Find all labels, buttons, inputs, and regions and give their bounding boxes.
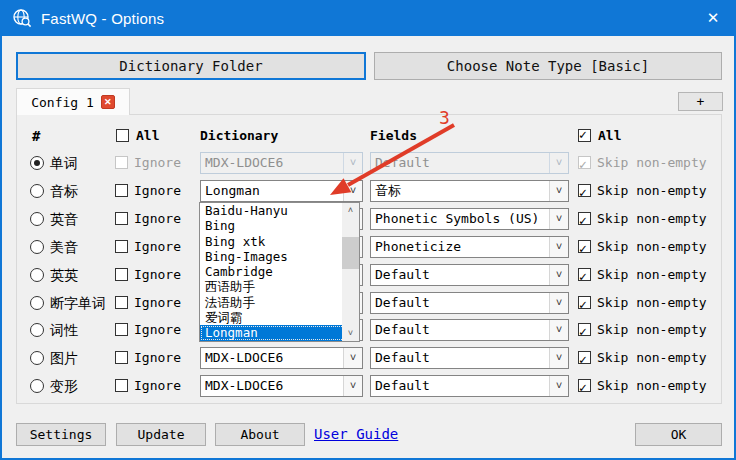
row-label: 图片 xyxy=(50,347,78,369)
ignore-label: Ignore xyxy=(134,152,181,174)
ignore-checkbox[interactable] xyxy=(115,296,128,309)
skip-non-empty-label: Skip non-empty xyxy=(597,375,707,397)
skip-non-empty-checkbox[interactable] xyxy=(578,296,591,309)
fields-combobox[interactable]: Default˅ xyxy=(370,292,569,314)
dropdown-scrollbar[interactable]: ˄ ˅ xyxy=(342,203,359,341)
skip-non-empty-checkbox[interactable] xyxy=(578,184,591,197)
row-select-radio[interactable] xyxy=(30,156,44,170)
row-label: 音标 xyxy=(50,180,78,202)
tab-config-1[interactable]: Config 1 ✕ xyxy=(16,88,130,115)
add-config-tab-button[interactable]: + xyxy=(678,92,723,111)
chevron-down-icon: ˅ xyxy=(549,265,568,285)
fields-combobox[interactable]: 音标˅ xyxy=(370,180,569,202)
dropdown-item[interactable]: 西语助手 xyxy=(200,279,359,294)
skip-non-empty-label: Skip non-empty xyxy=(597,236,707,258)
skip-non-empty-checkbox[interactable] xyxy=(578,351,591,364)
dictionary-dropdown-list: Baidu-Hanyu Bing Bing xtk Bing-Images Ca… xyxy=(199,202,360,342)
dictionary-folder-button[interactable]: Dictionary Folder xyxy=(16,52,366,80)
skip-non-empty-label: Skip non-empty xyxy=(597,292,707,314)
ignore-label: Ignore xyxy=(134,208,181,230)
fields-combobox[interactable]: Phoneticize˅ xyxy=(370,236,569,258)
table-row: 变形 Ignore MDX-LDOCE6˅ Default˅ Skip non-… xyxy=(2,375,736,397)
fields-combobox[interactable]: Phonetic Symbols (US)˅ xyxy=(370,208,569,230)
chevron-down-icon: ˅ xyxy=(549,209,568,229)
row-select-radio[interactable] xyxy=(30,296,44,310)
ignore-checkbox[interactable] xyxy=(115,268,128,281)
row-select-radio[interactable] xyxy=(30,351,44,365)
ok-button[interactable]: OK xyxy=(635,423,722,446)
fields-combobox[interactable]: Default˅ xyxy=(370,319,569,341)
title-bar: FastWQ - Options ✕ xyxy=(0,0,736,36)
ignore-checkbox[interactable] xyxy=(115,379,128,392)
ignore-label: Ignore xyxy=(134,264,181,286)
close-window-button[interactable]: ✕ xyxy=(690,0,736,36)
fields-combobox[interactable]: Default˅ xyxy=(370,347,569,369)
skip-non-empty-checkbox[interactable] xyxy=(578,323,591,336)
skip-non-empty-label: Skip non-empty xyxy=(597,180,707,202)
ignore-checkbox[interactable] xyxy=(115,156,128,169)
row-select-radio[interactable] xyxy=(30,323,44,337)
window-title: FastWQ - Options xyxy=(41,10,164,27)
ignore-checkbox[interactable] xyxy=(115,323,128,336)
skip-non-empty-checkbox[interactable] xyxy=(578,156,591,169)
scroll-up-icon[interactable]: ˄ xyxy=(342,203,359,218)
tab-close-icon[interactable]: ✕ xyxy=(101,95,115,109)
update-button[interactable]: Update xyxy=(116,423,206,446)
ignore-label: Ignore xyxy=(134,347,181,369)
dictionary-combobox[interactable]: MDX-LDOCE6˅ xyxy=(200,152,363,174)
chevron-down-icon: ˅ xyxy=(549,320,568,340)
row-select-radio[interactable] xyxy=(30,379,44,393)
chevron-down-icon: ˅ xyxy=(343,348,362,368)
ignore-label: Ignore xyxy=(134,319,181,341)
table-row: 美音 Ignore ˅ Phoneticize˅ Skip non-empty xyxy=(2,236,736,258)
dictionary-combobox-open[interactable]: Longman˅ xyxy=(200,180,363,202)
dropdown-item[interactable]: Baidu-Hanyu xyxy=(200,203,359,218)
column-header-dictionary: Dictionary xyxy=(200,128,278,146)
ignore-checkbox[interactable] xyxy=(115,212,128,225)
row-label: 英英 xyxy=(50,264,78,286)
skip-non-empty-checkbox[interactable] xyxy=(578,379,591,392)
table-row: 英音 Ignore ˅ Phonetic Symbols (US)˅ Skip … xyxy=(2,208,736,230)
ignore-label: Ignore xyxy=(134,236,181,258)
dropdown-item[interactable]: 法语助手 xyxy=(200,295,359,310)
row-select-radio[interactable] xyxy=(30,240,44,254)
dropdown-item[interactable]: Bing-Images xyxy=(200,249,359,264)
fields-combobox[interactable]: Default˅ xyxy=(370,375,569,397)
chevron-down-icon: ˅ xyxy=(343,181,362,201)
column-header-all-left: All xyxy=(136,128,159,146)
dropdown-item[interactable]: Bing xtk xyxy=(200,234,359,249)
fields-combobox[interactable]: Default˅ xyxy=(370,264,569,286)
row-select-radio[interactable] xyxy=(30,268,44,282)
user-guide-link[interactable]: User Guide xyxy=(314,426,398,442)
globe-search-icon xyxy=(12,8,32,28)
skip-non-empty-checkbox[interactable] xyxy=(578,240,591,253)
row-select-radio[interactable] xyxy=(30,184,44,198)
dropdown-item[interactable]: 爱词霸 xyxy=(200,310,359,325)
settings-button[interactable]: Settings xyxy=(16,423,106,446)
scroll-down-icon[interactable]: ˅ xyxy=(342,326,359,341)
dropdown-item[interactable]: Bing xyxy=(200,218,359,233)
all-ignore-checkbox[interactable] xyxy=(116,129,129,147)
skip-non-empty-checkbox[interactable] xyxy=(578,212,591,225)
ignore-label: Ignore xyxy=(134,180,181,202)
scrollbar-thumb[interactable] xyxy=(342,237,359,269)
dictionary-combobox[interactable]: MDX-LDOCE6˅ xyxy=(200,375,363,397)
ignore-label: Ignore xyxy=(134,375,181,397)
dropdown-item-selected[interactable]: Longman xyxy=(200,325,359,340)
row-select-radio[interactable] xyxy=(30,212,44,226)
about-button[interactable]: About xyxy=(215,423,305,446)
table-row: 词性 Ignore ˅ Default˅ Skip non-empty xyxy=(2,319,736,341)
options-dialog: FastWQ - Options ✕ Dictionary Folder Cho… xyxy=(0,0,736,460)
dropdown-item[interactable]: Cambridge xyxy=(200,264,359,279)
row-label: 断字单词 xyxy=(50,292,106,314)
dictionary-combobox[interactable]: MDX-LDOCE6˅ xyxy=(200,347,363,369)
ignore-checkbox[interactable] xyxy=(115,184,128,197)
skip-non-empty-checkbox[interactable] xyxy=(578,268,591,281)
fields-combobox[interactable]: Default˅ xyxy=(370,152,569,174)
all-skip-checkbox[interactable] xyxy=(578,129,591,147)
ignore-checkbox[interactable] xyxy=(115,351,128,364)
ignore-checkbox[interactable] xyxy=(115,240,128,253)
choose-note-type-button[interactable]: Choose Note Type [Basic] xyxy=(374,52,722,80)
row-label: 单词 xyxy=(50,152,78,174)
table-row: 英英 Ignore ˅ Default˅ Skip non-empty xyxy=(2,264,736,286)
